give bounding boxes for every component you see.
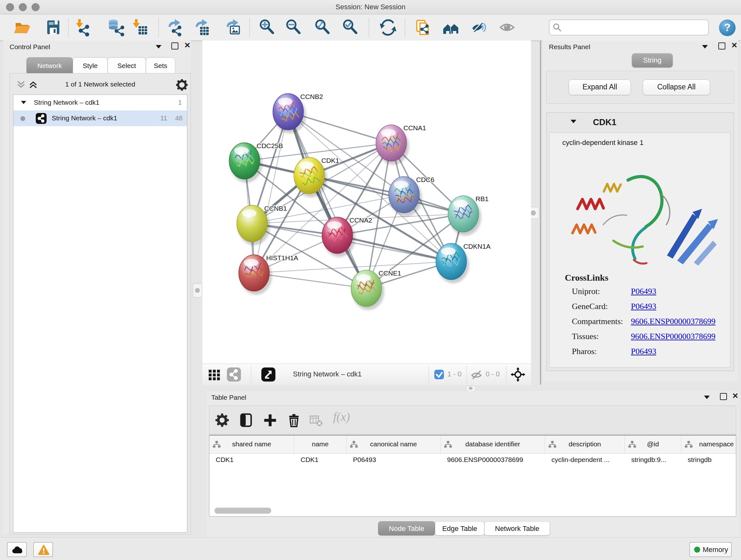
warnings-button[interactable]	[33, 542, 53, 557]
tab-select[interactable]: Select	[108, 57, 146, 73]
export-image-icon[interactable]	[224, 18, 242, 37]
export-table-icon[interactable]	[193, 18, 211, 37]
table-header-row: shared namenamecanonical namedatabase id…	[209, 435, 736, 454]
column-header-shared-name[interactable]: shared name	[209, 435, 294, 453]
table-panel-menu-icon[interactable]	[704, 395, 710, 399]
search-input[interactable]	[563, 21, 705, 33]
column-header--id[interactable]: @id	[625, 435, 681, 453]
table-options-gear-icon[interactable]	[215, 413, 229, 428]
scrollbar-thumb[interactable]	[214, 508, 271, 514]
column-header-canonical-name[interactable]: canonical name	[347, 435, 441, 453]
network-node-RB1[interactable]: RB1	[448, 195, 488, 236]
crosslink-value-link[interactable]: P06493	[631, 302, 656, 311]
node-table[interactable]: shared namenamecanonical namedatabase id…	[209, 435, 736, 516]
zoom-in-icon[interactable]	[258, 18, 276, 37]
cdk1-section-header[interactable]: CDK1	[547, 113, 734, 132]
network-node-CCNA1[interactable]: CCNA1	[376, 124, 426, 165]
crosslink-value-link[interactable]: P06493	[631, 287, 656, 296]
open-session-icon[interactable]	[13, 18, 31, 37]
node-label-CCNA2: CCNA2	[349, 216, 372, 224]
network-options-gear-icon[interactable]	[176, 79, 188, 91]
network-node-CDKN1A[interactable]: CDKN1A	[436, 243, 490, 283]
network-node-CCNA2[interactable]: CCNA2	[322, 216, 372, 257]
show-graphics-details-icon[interactable]	[499, 18, 517, 37]
network-node-CCNB2[interactable]: CCNB2	[273, 93, 323, 133]
export-network-icon[interactable]	[166, 18, 184, 37]
network-edge-count: 48	[170, 114, 183, 122]
table-cell[interactable]: cyclin-dependent ...	[551, 456, 623, 463]
table-cell[interactable]: stringdb	[688, 456, 736, 463]
cloud-button[interactable]	[7, 542, 27, 557]
collapse-all-button[interactable]: Collapse All	[643, 79, 710, 95]
table-cell[interactable]: CDK1	[216, 456, 293, 463]
network-canvas[interactable]: CCNB2CCNA1CDC25BCDK1CDC6RB1CCNB1CCNA2CDK…	[202, 41, 531, 364]
string-view-icon[interactable]	[226, 367, 241, 382]
tab-node-table[interactable]: Node Table	[378, 521, 435, 536]
show-columns-icon[interactable]	[239, 413, 253, 428]
results-panel-close-icon[interactable]: ✕	[731, 43, 738, 48]
table-cell[interactable]: stringdb:9...	[631, 456, 680, 463]
zoom-fit-icon[interactable]	[314, 18, 332, 37]
control-panel-menu-icon[interactable]	[156, 45, 161, 49]
import-network-file-icon[interactable]	[74, 18, 91, 37]
birds-eye-view-icon[interactable]	[261, 367, 276, 382]
control-panel-close-icon[interactable]: ✕	[184, 43, 191, 48]
crosslink-value-link[interactable]: 9606.ENSP00000378699	[631, 332, 716, 341]
collection-expand-icon[interactable]	[21, 101, 26, 104]
tab-style[interactable]: Style	[73, 57, 108, 73]
refresh-icon[interactable]	[379, 18, 397, 37]
column-header-database-identifier[interactable]: database identifier	[441, 435, 545, 453]
control-panel-float-icon[interactable]	[172, 43, 179, 50]
node-label-CCNE1: CCNE1	[379, 269, 401, 277]
zoom-selected-icon[interactable]	[341, 18, 359, 37]
table-cell[interactable]: CDK1	[300, 456, 345, 463]
table-panel-close-icon[interactable]: ✕	[732, 393, 738, 399]
results-splitter[interactable]	[540, 41, 541, 385]
expand-collapse-bar: Expand All Collapse All	[546, 71, 734, 104]
results-panel-float-icon[interactable]	[718, 43, 725, 50]
grid-view-icon[interactable]	[207, 368, 221, 382]
section-collapse-icon[interactable]	[570, 120, 576, 123]
fit-content-crosshair-icon[interactable]	[511, 367, 525, 382]
crosslinks-heading: CrossLinks	[565, 273, 608, 283]
bottom-splitter-handle[interactable]	[466, 385, 476, 391]
crosslink-value-link[interactable]: 9606.ENSP00000378699	[631, 317, 716, 326]
import-table-icon[interactable]	[131, 18, 148, 37]
tab-network[interactable]: Network	[26, 57, 73, 73]
table-cell[interactable]: P06493	[353, 456, 440, 463]
node-label-CDK1: CDK1	[321, 157, 339, 164]
protein-structure-image	[565, 161, 719, 276]
table-horizontal-scrollbar[interactable]	[212, 508, 733, 514]
column-header-namespace[interactable]: namespace	[681, 435, 736, 453]
network-node-HIST1H1A[interactable]: HIST1H1A	[239, 254, 298, 295]
left-splitter-handle[interactable]	[193, 284, 202, 298]
hide-graphics-details-icon[interactable]	[470, 18, 488, 37]
network-selection-bar: 1 of 1 Network selected	[10, 78, 191, 92]
tab-string[interactable]: String	[632, 53, 673, 67]
network-node-count: 11	[154, 114, 167, 122]
network-node-CCNE1[interactable]: CCNE1	[351, 269, 401, 310]
column-header-description[interactable]: description	[545, 435, 625, 453]
expand-all-button[interactable]: Expand All	[569, 79, 631, 95]
table-cell[interactable]: 9606.ENSP00000378699	[447, 456, 544, 463]
network-node-CDC6[interactable]: CDC6	[389, 176, 434, 216]
delete-column-trash-icon[interactable]	[286, 413, 301, 428]
help-button[interactable]: ?	[719, 19, 736, 36]
tab-sets[interactable]: Sets	[146, 57, 175, 73]
save-session-icon[interactable]	[44, 18, 62, 37]
tab-edge-table[interactable]: Edge Table	[435, 521, 484, 536]
add-column-icon[interactable]	[263, 413, 277, 428]
crosslink-value-link[interactable]: P06493	[631, 347, 656, 356]
zoom-out-icon[interactable]	[285, 18, 302, 37]
import-network-database-icon[interactable]	[107, 18, 125, 37]
tab-network-table[interactable]: Network Table	[484, 521, 550, 536]
selected-checkbox-icon[interactable]	[434, 369, 444, 380]
network-collection-row[interactable]: String Network – cdk1 1	[13, 95, 187, 111]
home-icon[interactable]	[442, 18, 460, 37]
network-row[interactable]: String Network – cdk1 11 48	[13, 111, 187, 126]
column-header-name[interactable]: name	[294, 435, 347, 453]
table-panel-float-icon[interactable]	[720, 393, 727, 400]
memory-button[interactable]: Memory	[689, 542, 732, 557]
clone-network-icon[interactable]	[414, 18, 431, 37]
results-panel-menu-icon[interactable]	[702, 45, 708, 49]
